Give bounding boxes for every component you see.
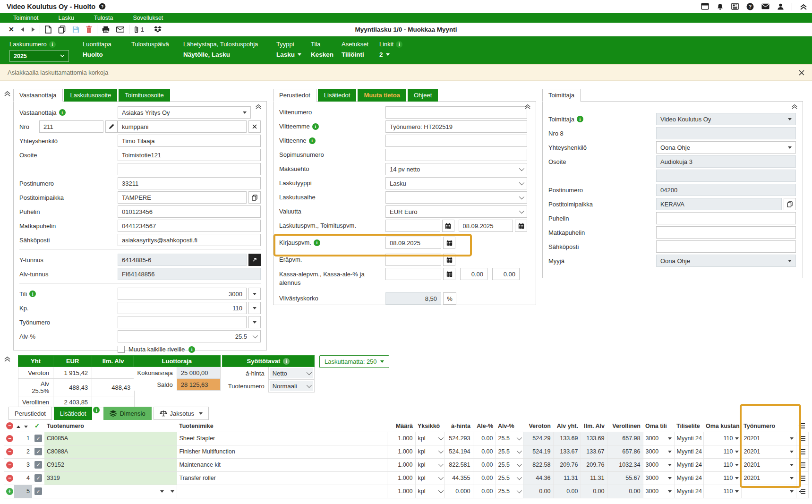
sort-down-icon[interactable] [24,426,28,428]
cost-center-cell[interactable]: 110 [703,485,741,498]
cost-center-cell[interactable]: 110 [703,445,741,458]
unit-cell[interactable]: kpl [415,458,444,471]
nav-back-button[interactable] [21,27,25,32]
worknumber-cell[interactable]: 20201 [741,432,796,445]
account-cell[interactable]: 3000 [643,485,674,498]
discount-cell[interactable]: 0.00 [473,458,496,471]
copy-icon[interactable] [784,198,796,210]
worknumber-cell[interactable]: 20201 [741,445,796,458]
nro-input[interactable]: 211 [39,120,103,133]
tab-rows-dimensio[interactable]: Dimensio [103,407,151,420]
viitenumero-input[interactable] [385,106,527,119]
tili-input[interactable]: 3000 [118,288,247,300]
row-delete-icon[interactable] [6,475,13,482]
unit-price-cell[interactable]: 524.194 [444,445,473,458]
quantity-cell[interactable]: 1.000 [387,485,415,498]
row-delete-icon[interactable] [6,461,13,469]
attachments-button[interactable]: 1 [134,26,144,34]
email-button[interactable] [116,26,124,33]
unit-cell[interactable]: kpl [415,485,444,498]
menu-toiminnot[interactable]: Toiminnot [7,15,45,21]
worknumber-cell[interactable]: 20201 [741,458,796,471]
sopimusnumero-input[interactable] [385,149,527,161]
calendar-icon[interactable] [443,268,455,280]
menu-sovellukset[interactable]: Sovellukset [126,15,170,21]
kp-dropdown-button[interactable] [248,302,261,314]
account-cell[interactable]: 3000 [643,458,674,471]
col-header-tuotenumero[interactable]: Tuotenumero [44,420,177,432]
col-header-tuotenimike[interactable]: Tuotenimike [177,420,387,432]
row-delete-icon[interactable] [6,488,13,495]
vat-cell[interactable]: 25.5 [496,445,523,458]
product-name-cell[interactable]: Maintenance kit [177,458,387,471]
tyyppi-select[interactable]: Lasku [276,51,301,58]
asetukset-value[interactable]: Tiliöinti [342,51,368,58]
valuutta-select[interactable]: EUR Euro [385,205,527,218]
col-header-yksikko[interactable]: Yksikkö [415,420,444,432]
linkit-select[interactable]: 2 [379,51,402,58]
discount-cell[interactable]: 0.00 [473,485,496,498]
col-header-alvyht[interactable]: Alv yht. [553,420,581,432]
quantity-cell[interactable]: 1.000 [387,458,415,471]
viitteenne-input[interactable] [385,135,527,147]
col-header-ale[interactable]: Ale-% [473,420,496,432]
row-checkbox[interactable] [34,487,42,495]
row-delete-icon[interactable] [6,448,13,455]
product-number-cell[interactable]: C8088A [44,445,177,458]
messages-envelope-icon[interactable] [761,3,769,9]
laskutusaihe-select[interactable] [385,191,527,204]
kp-input[interactable]: 110 [118,302,247,314]
tab-perustiedot[interactable]: Perustiedot [273,89,316,102]
row-detail-icon[interactable] [798,423,806,429]
collapse-basic-icon[interactable] [524,104,531,110]
new-document-button[interactable] [45,26,51,34]
col-header-omatili[interactable]: Oma tili [643,420,674,432]
tab-vastaanottaja[interactable]: Vastaanottaja [13,89,63,102]
supplier-matkapuhelin-input[interactable] [656,226,796,239]
unit-price-cell[interactable]: 822.581 [444,458,473,471]
quantity-cell[interactable]: 1.000 [387,471,415,485]
sort-up-icon[interactable] [17,426,20,428]
unit-price-cell[interactable]: 524.293 [444,432,473,445]
tab-toimittaja[interactable]: Toimittaja [542,89,581,102]
tili-dropdown-button[interactable] [248,288,261,300]
help-badge-icon[interactable]: ? [99,3,106,10]
discount-cell[interactable]: 0.00 [473,445,496,458]
entry-tuotenumero-select[interactable]: Normaali [270,381,313,391]
supplier-yhteyshenkilo-select[interactable]: Oona Ohje [656,141,796,154]
tab-muuta-tietoa[interactable]: Muuta tietoa [358,89,406,102]
cost-center-cell[interactable]: 110 [703,432,741,445]
product-number-cell[interactable] [44,485,177,498]
product-number-cell[interactable]: C9152 [44,458,177,471]
close-button[interactable]: ✕ [9,26,14,33]
row-checkbox[interactable] [34,461,42,469]
cost-center-cell[interactable]: 110 [703,471,741,485]
news-icon[interactable] [731,3,739,10]
row-checkbox[interactable] [34,474,42,482]
tab-rows-jaksotus[interactable]: Jaksotus [154,407,209,420]
copy-document-button[interactable] [58,26,66,34]
save-button[interactable] [72,26,79,33]
tyonumero-input[interactable] [118,316,247,328]
col-header-tiliselite[interactable]: Tiliselite [674,420,703,432]
col-header-ilmalv[interactable]: Ilm. Alv [581,420,607,432]
vat-cell[interactable]: 25.5 [496,471,523,485]
col-header-veroton[interactable]: Veroton [523,420,553,432]
matkapuhelin-input[interactable]: 0441234567 [118,220,261,232]
print-button[interactable] [102,26,110,33]
product-name-cell[interactable] [177,485,387,498]
laskuttamatta-button[interactable]: Laskuttamatta: 250 [319,355,389,368]
vat-cell[interactable]: 25.5 [496,485,523,498]
ahinta-select[interactable]: Netto [270,368,313,378]
account-cell[interactable]: 3000 [643,471,674,485]
external-link-icon[interactable] [248,254,261,266]
account-cell[interactable]: 3000 [643,432,674,445]
menu-lasku[interactable]: Lasku [52,15,81,21]
discount-cell[interactable]: 0.00 [473,471,496,485]
osoite2-input[interactable] [118,163,261,175]
user-icon[interactable] [777,3,784,10]
viitteemme-input[interactable]: Työnumero: HT202519 [385,120,527,133]
unit-cell[interactable]: kpl [415,445,444,458]
alv-select[interactable]: 25.5 [118,330,261,342]
unit-cell[interactable]: kpl [415,471,444,485]
